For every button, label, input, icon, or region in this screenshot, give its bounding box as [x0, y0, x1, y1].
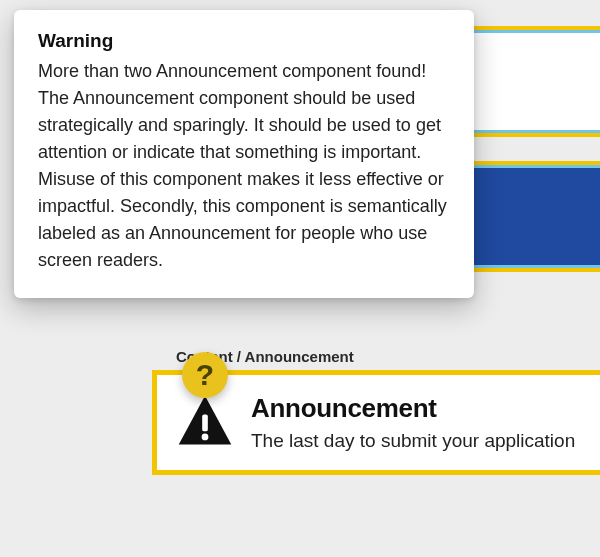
svg-rect-0: [202, 414, 208, 431]
svg-point-1: [202, 434, 209, 441]
popover-title: Warning: [38, 30, 450, 52]
warning-popover: Warning More than two Announcement compo…: [14, 10, 474, 298]
announcement-body-text: The last day to submit your application: [251, 430, 600, 452]
help-badge-glyph: ?: [196, 358, 214, 392]
popover-body: More than two Announcement component fou…: [38, 58, 450, 274]
announcement-heading: Announcement: [251, 393, 600, 424]
warning-triangle-icon: [175, 389, 235, 451]
help-badge-icon[interactable]: ?: [182, 352, 228, 398]
